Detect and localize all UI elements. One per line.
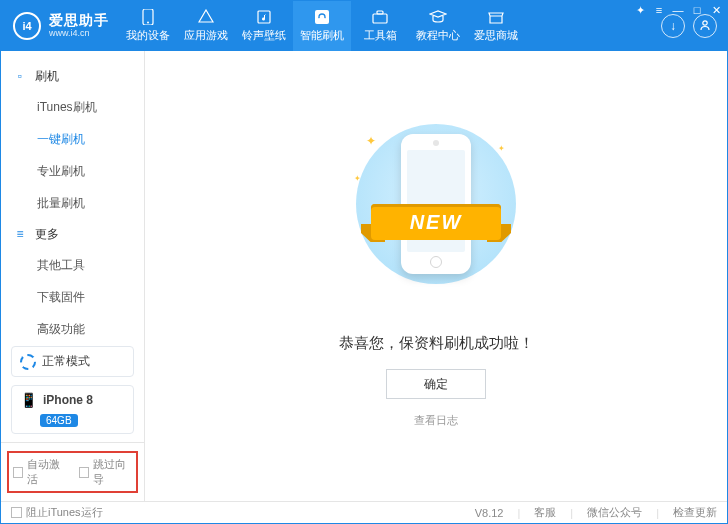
- main-tabs: 我的设备 应用游戏 铃声壁纸 智能刷机 工具箱 教程中心 爱思商城: [119, 1, 525, 51]
- sidebar-item-advanced[interactable]: 高级功能: [1, 313, 144, 345]
- checkbox-label: 阻止iTunes运行: [26, 505, 103, 520]
- view-log-link[interactable]: 查看日志: [414, 413, 458, 428]
- user-button[interactable]: [693, 14, 717, 38]
- checkbox-label: 跳过向导: [93, 457, 132, 487]
- svg-rect-3: [315, 10, 329, 24]
- device-storage-badge: 64GB: [40, 414, 78, 427]
- sparkle-icon: ✦: [366, 134, 374, 142]
- svg-rect-4: [373, 14, 387, 23]
- sidebar-bottom-options: 自动激活 跳过向导: [1, 442, 144, 501]
- maximize-button[interactable]: □: [691, 4, 703, 16]
- brand-subtitle: www.i4.cn: [49, 29, 109, 39]
- auto-activate-checkbox[interactable]: 自动激活: [13, 457, 67, 487]
- brand: i4 爱思助手 www.i4.cn: [1, 1, 119, 51]
- tab-my-device[interactable]: 我的设备: [119, 1, 177, 51]
- toolbox-icon: [371, 9, 389, 25]
- svg-point-1: [147, 22, 149, 24]
- tab-ringtones-wallpapers[interactable]: 铃声壁纸: [235, 1, 293, 51]
- sidebar-item-batch-flash[interactable]: 批量刷机: [1, 187, 144, 219]
- phone-icon: [139, 9, 157, 25]
- close-button[interactable]: ✕: [710, 4, 722, 16]
- status-bar: 阻止iTunes运行 V8.12 | 客服 | 微信公众号 | 检查更新: [1, 501, 727, 523]
- download-button[interactable]: ↓: [661, 14, 685, 38]
- tab-smart-flash[interactable]: 智能刷机: [293, 1, 351, 51]
- svg-rect-5: [377, 11, 383, 14]
- checkbox-icon: [79, 467, 89, 478]
- ok-button[interactable]: 确定: [386, 369, 486, 399]
- separator: |: [656, 507, 659, 519]
- checkbox-icon: [13, 467, 23, 478]
- tab-toolbox[interactable]: 工具箱: [351, 1, 409, 51]
- success-message: 恭喜您，保资料刷机成功啦！: [339, 334, 534, 353]
- sidebar-item-oneclick-flash[interactable]: 一键刷机: [1, 123, 144, 155]
- sidebar-item-label: 批量刷机: [37, 195, 85, 212]
- sidebar-item-label: 下载固件: [37, 289, 85, 306]
- music-icon: [255, 9, 273, 25]
- sparkle-icon: ✦: [354, 174, 362, 182]
- device-mode-card: 正常模式: [11, 346, 134, 377]
- download-icon: ↓: [670, 19, 676, 33]
- more-group-icon: ≡: [13, 227, 27, 241]
- sidebar-group-flash: ▫ 刷机: [1, 61, 144, 91]
- tab-label: 爱思商城: [474, 28, 518, 43]
- sidebar-item-label: 其他工具: [37, 257, 85, 274]
- main-content: ✦ ✦ ✦ NEW 恭喜您，保资料刷机成功啦！ 确定 查看日志: [145, 51, 727, 501]
- sidebar-group-title: 刷机: [35, 68, 59, 85]
- gift-button[interactable]: ✦: [634, 4, 646, 16]
- maximize-icon: □: [694, 4, 701, 16]
- highlighted-options: 自动激活 跳过向导: [7, 451, 138, 493]
- block-itunes-checkbox[interactable]: 阻止iTunes运行: [11, 505, 103, 520]
- device-phone-icon: 📱: [20, 392, 37, 408]
- device-name: iPhone 8: [43, 393, 93, 407]
- gift-icon: ✦: [636, 4, 645, 17]
- success-illustration: ✦ ✦ ✦ NEW: [346, 114, 526, 314]
- user-icon: [699, 19, 711, 34]
- tab-label: 工具箱: [364, 28, 397, 43]
- support-link[interactable]: 客服: [534, 505, 556, 520]
- sidebar-item-label: 一键刷机: [37, 131, 85, 148]
- tab-apps-games[interactable]: 应用游戏: [177, 1, 235, 51]
- minimize-button[interactable]: —: [672, 4, 684, 16]
- sidebar-item-download-firmware[interactable]: 下载固件: [1, 281, 144, 313]
- checkbox-label: 自动激活: [27, 457, 66, 487]
- menu-button[interactable]: ≡: [653, 4, 665, 16]
- new-ribbon: NEW: [361, 204, 511, 248]
- brand-title: 爱思助手: [49, 13, 109, 28]
- brand-text: 爱思助手 www.i4.cn: [49, 13, 109, 38]
- tutorial-icon: [429, 9, 447, 25]
- svg-point-6: [703, 20, 707, 24]
- separator: |: [570, 507, 573, 519]
- sidebar: ▫ 刷机 iTunes刷机 一键刷机 专业刷机 批量刷机 ≡ 更多 其他工具 下…: [1, 51, 145, 501]
- flash-icon: [313, 9, 331, 25]
- check-update-link[interactable]: 检查更新: [673, 505, 717, 520]
- checkbox-icon: [11, 507, 22, 518]
- tab-label: 教程中心: [416, 28, 460, 43]
- device-card[interactable]: 📱 iPhone 8 64GB: [11, 385, 134, 434]
- tab-label: 智能刷机: [300, 28, 344, 43]
- sidebar-item-other-tools[interactable]: 其他工具: [1, 249, 144, 281]
- store-icon: [487, 9, 505, 25]
- skip-wizard-checkbox[interactable]: 跳过向导: [79, 457, 133, 487]
- sidebar-item-label: 高级功能: [37, 321, 85, 338]
- window-controls: ✦ ≡ — □ ✕: [634, 0, 728, 16]
- menu-icon: ≡: [656, 4, 662, 16]
- sidebar-item-label: 专业刷机: [37, 163, 85, 180]
- tab-label: 铃声壁纸: [242, 28, 286, 43]
- mode-spinner-icon: [20, 354, 36, 370]
- sidebar-group-more: ≡ 更多: [1, 219, 144, 249]
- tab-label: 应用游戏: [184, 28, 228, 43]
- device-mode-label: 正常模式: [42, 353, 90, 370]
- sidebar-item-pro-flash[interactable]: 专业刷机: [1, 155, 144, 187]
- flash-group-icon: ▫: [13, 69, 27, 83]
- version-label: V8.12: [475, 507, 504, 519]
- tab-tutorials[interactable]: 教程中心: [409, 1, 467, 51]
- sidebar-item-itunes-flash[interactable]: iTunes刷机: [1, 91, 144, 123]
- app-header: i4 爱思助手 www.i4.cn 我的设备 应用游戏 铃声壁纸 智能刷机 工具…: [1, 1, 727, 51]
- ribbon-text: NEW: [371, 204, 501, 240]
- tab-store[interactable]: 爱思商城: [467, 1, 525, 51]
- sidebar-item-label: iTunes刷机: [37, 99, 97, 116]
- header-circle-buttons: ↓: [661, 14, 727, 38]
- wechat-link[interactable]: 微信公众号: [587, 505, 642, 520]
- brand-logo-icon: i4: [13, 12, 41, 40]
- sparkle-icon: ✦: [498, 144, 506, 152]
